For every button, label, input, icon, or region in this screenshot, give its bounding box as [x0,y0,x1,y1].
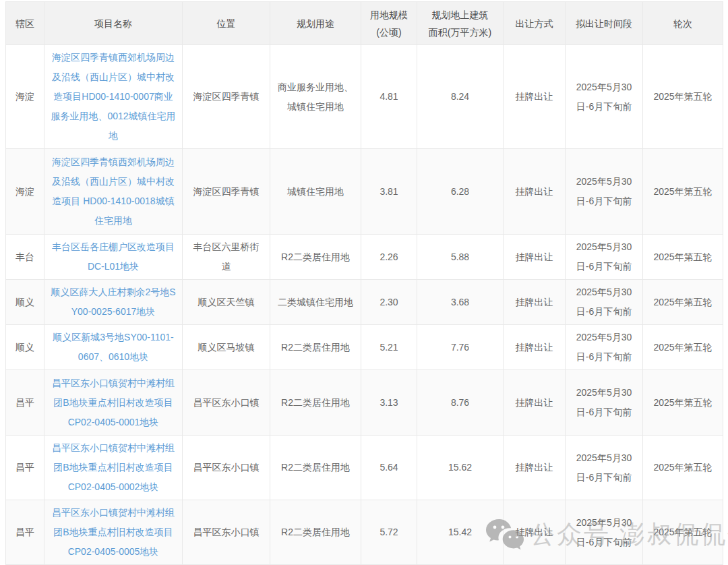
col-header-area: 用地规模 (公顷) [361,2,417,45]
cell-location: 海淀区四季青镇 [183,149,270,235]
cell-project: 昌平区东小口镇贺村中滩村组团B地块重点村旧村改造项目CP02-0405-0001… [44,370,183,436]
cell-area: 5.21 [361,325,417,370]
cell-project: 昌平区东小口镇贺村中滩村组团B地块重点村旧村改造项目CP02-0405-0005… [44,500,183,565]
col-header-period: 拟出让时间段 [566,2,643,45]
table-row: 海淀 海淀区四季青镇西郊机场周边及沿线（西山片区）城中村改造项目HD00-141… [6,45,723,149]
cell-building-area: 5.88 [417,235,504,280]
cell-area: 5.64 [361,436,417,500]
project-link[interactable]: 昌平区东小口镇贺村中滩村组团B地块重点村旧村改造项目CP02-0405-0001… [52,378,175,427]
table-row: 顺义 顺义区新城3号地SY00-1101-0607、0610地块 顺义区马坡镇 … [6,325,723,370]
cell-period: 2025年5月30日-6月下旬前 [566,500,643,565]
cell-usage: R2二类居住用地 [270,436,361,500]
cell-period: 2025年5月30日-6月下旬前 [566,436,643,500]
table-row: 昌平 昌平区东小口镇贺村中滩村组团B地块重点村旧村改造项目CP02-0405-0… [6,500,723,565]
col-header-round: 轮次 [643,2,723,45]
cell-method: 挂牌出让 [504,235,566,280]
cell-method: 挂牌出让 [504,500,566,565]
cell-usage: R2二类居住用地 [270,500,361,565]
project-link[interactable]: 昌平区东小口镇贺村中滩村组团B地块重点村旧村改造项目CP02-0405-0005… [52,507,175,557]
cell-district: 顺义 [6,325,44,370]
cell-district: 顺义 [6,280,44,325]
cell-area: 4.81 [361,45,417,149]
cell-round: 2025年第五轮 [643,235,723,280]
col-header-usage: 规划用途 [270,2,361,45]
cell-usage: 城镇住宅用地 [270,149,361,235]
cell-method: 挂牌出让 [504,436,566,500]
cell-usage: 二类城镇住宅用地 [270,280,361,325]
cell-building-area: 15.62 [417,436,504,500]
cell-usage: 商业服务业用地、城镇住宅用地 [270,45,361,149]
cell-area: 5.72 [361,500,417,565]
cell-area: 3.13 [361,370,417,436]
cell-district: 丰台 [6,235,44,280]
cell-location: 顺义区马坡镇 [183,325,270,370]
cell-building-area: 7.76 [417,325,504,370]
cell-usage: R2二类居住用地 [270,325,361,370]
cell-district: 昌平 [6,436,44,500]
cell-method: 挂牌出让 [504,370,566,436]
cell-location: 昌平区东小口镇 [183,500,270,565]
table-row: 昌平 昌平区东小口镇贺村中滩村组团B地块重点村旧村改造项目CP02-0405-0… [6,370,723,436]
col-header-building-area: 规划地上建筑 面积(万平方米) [417,2,504,45]
cell-location: 海淀区四季青镇 [183,45,270,149]
cell-period: 2025年5月30日-6月下旬前 [566,280,643,325]
cell-project: 丰台区岳各庄棚户区改造项目DC-L01地块 [44,235,183,280]
project-link[interactable]: 顺义区薛大人庄村剩余2号地SY00-0025-6017地块 [51,287,175,317]
cell-method: 挂牌出让 [504,280,566,325]
col-header-district: 辖区 [6,2,44,45]
cell-period: 2025年5月30日-6月下旬前 [566,370,643,436]
project-link[interactable]: 海淀区四季青镇西郊机场周边及沿线（西山片区）城中村改造项目 HD00-1410-… [52,156,175,226]
col-header-method: 出让方式 [504,2,566,45]
cell-location: 丰台区六里桥街道 [183,235,270,280]
cell-building-area: 6.28 [417,149,504,235]
col-header-project: 项目名称 [44,2,183,45]
project-link[interactable]: 顺义区新城3号地SY00-1101-0607、0610地块 [53,332,173,362]
cell-period: 2025年5月30日-6月下旬前 [566,45,643,149]
cell-method: 挂牌出让 [504,45,566,149]
land-supply-table: 辖区 项目名称 位置 规划用途 用地规模 (公顷) 规划地上建筑 面积(万平方米… [5,1,723,565]
cell-building-area: 8.24 [417,45,504,149]
cell-round: 2025年第五轮 [643,325,723,370]
cell-district: 昌平 [6,500,44,565]
cell-project: 海淀区四季青镇西郊机场周边及沿线（西山片区）城中村改造项目 HD00-1410-… [44,149,183,235]
col-header-location: 位置 [183,2,270,45]
cell-round: 2025年第五轮 [643,280,723,325]
project-link[interactable]: 昌平区东小口镇贺村中滩村组团B地块重点村旧村改造项目CP02-0405-0002… [52,442,175,492]
cell-period: 2025年5月30日-6月下旬前 [566,325,643,370]
project-link[interactable]: 丰台区岳各庄棚户区改造项目DC-L01地块 [52,241,175,272]
cell-building-area: 8.76 [417,370,504,436]
cell-building-area: 15.42 [417,500,504,565]
cell-method: 挂牌出让 [504,149,566,235]
cell-round: 2025年第五轮 [643,149,723,235]
cell-location: 顺义区天竺镇 [183,280,270,325]
cell-location: 昌平区东小口镇 [183,370,270,436]
cell-project: 昌平区东小口镇贺村中滩村组团B地块重点村旧村改造项目CP02-0405-0002… [44,436,183,500]
cell-building-area: 3.68 [417,280,504,325]
cell-round: 2025年第五轮 [643,436,723,500]
cell-district: 海淀 [6,149,44,235]
cell-usage: R2二类居住用地 [270,370,361,436]
cell-round: 2025年第五轮 [643,370,723,436]
table-row: 顺义 顺义区薛大人庄村剩余2号地SY00-0025-6017地块 顺义区天竺镇 … [6,280,723,325]
cell-project: 顺义区新城3号地SY00-1101-0607、0610地块 [44,325,183,370]
cell-period: 2025年5月30日-6月下旬前 [566,235,643,280]
header-row: 辖区 项目名称 位置 规划用途 用地规模 (公顷) 规划地上建筑 面积(万平方米… [6,2,723,45]
cell-area: 2.26 [361,235,417,280]
cell-area: 2.30 [361,280,417,325]
cell-period: 2025年5月30日-6月下旬前 [566,149,643,235]
cell-district: 海淀 [6,45,44,149]
cell-method: 挂牌出让 [504,325,566,370]
table-body: 海淀 海淀区四季青镇西郊机场周边及沿线（西山片区）城中村改造项目HD00-141… [6,45,723,565]
cell-location: 昌平区东小口镇 [183,436,270,500]
table-row: 昌平 昌平区东小口镇贺村中滩村组团B地块重点村旧村改造项目CP02-0405-0… [6,436,723,500]
project-link[interactable]: 海淀区四季青镇西郊机场周边及沿线（西山片区）城中村改造项目HD00-1410-0… [51,52,175,141]
cell-area: 3.81 [361,149,417,235]
cell-round: 2025年第五轮 [643,500,723,565]
table-row: 丰台 丰台区岳各庄棚户区改造项目DC-L01地块 丰台区六里桥街道 R2二类居住… [6,235,723,280]
cell-usage: R2二类居住用地 [270,235,361,280]
cell-round: 2025年第五轮 [643,45,723,149]
table-row: 海淀 海淀区四季青镇西郊机场周边及沿线（西山片区）城中村改造项目 HD00-14… [6,149,723,235]
cell-district: 昌平 [6,370,44,436]
table-header: 辖区 项目名称 位置 规划用途 用地规模 (公顷) 规划地上建筑 面积(万平方米… [6,2,723,45]
cell-project: 海淀区四季青镇西郊机场周边及沿线（西山片区）城中村改造项目HD00-1410-0… [44,45,183,149]
